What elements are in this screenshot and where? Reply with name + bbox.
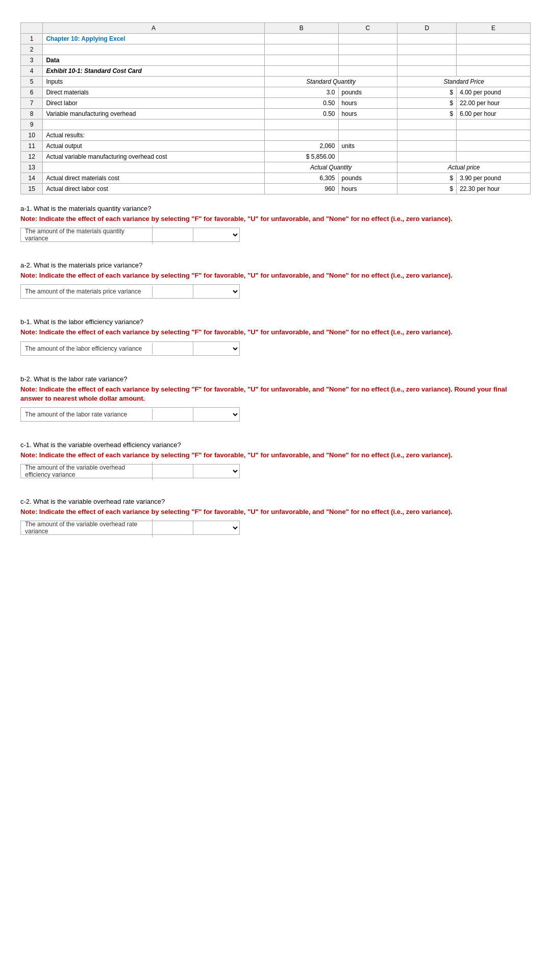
table-row: 6Direct materials3.0pounds$4.00 per poun… xyxy=(21,87,531,98)
answer-select-b1[interactable]: FUNone xyxy=(193,342,239,355)
cell-b xyxy=(264,34,338,44)
cell-d: $ xyxy=(397,87,457,98)
cell-e xyxy=(457,34,531,44)
col-header-rownum xyxy=(21,23,43,34)
answer-select-a2[interactable]: FUNone xyxy=(193,285,239,298)
cell-c xyxy=(338,66,397,77)
question-label-b2: b-2. What is the labor rate variance? xyxy=(20,375,531,383)
question-label-b1: b-1. What is the labor efficiency varian… xyxy=(20,318,531,326)
note-text-c1: Note: Indicate the effect of each varian… xyxy=(20,451,531,460)
cell-d: $ xyxy=(397,173,457,184)
answer-input-a1[interactable] xyxy=(153,228,193,241)
row-number: 11 xyxy=(21,141,43,152)
cell-d: Actual price xyxy=(397,162,531,173)
col-header-c: C xyxy=(338,23,397,34)
answer-select-c1[interactable]: FUNone xyxy=(193,464,239,478)
cell-b: 0.50 xyxy=(264,98,338,109)
answer-row-c2: The amount of the variable overhead rate… xyxy=(20,521,240,535)
question-label-a2: a-2. What is the materials price varianc… xyxy=(20,261,531,269)
cell-b xyxy=(264,66,338,77)
row-number: 10 xyxy=(21,130,43,141)
answer-select-b2[interactable]: FUNone xyxy=(193,408,239,421)
cell-d xyxy=(397,130,457,141)
table-row: 8Variable manufacturing overhead0.50hour… xyxy=(21,109,531,119)
answer-select-a1[interactable]: FUNone xyxy=(193,228,239,241)
cell-e: 22.00 per hour xyxy=(457,98,531,109)
cell-e xyxy=(457,141,531,152)
question-label-c1: c-1. What is the variable overhead effic… xyxy=(20,441,531,449)
answer-label-a2: The amount of the materials price varian… xyxy=(21,286,153,297)
cell-a: Direct labor xyxy=(43,98,264,109)
answer-input-b2[interactable] xyxy=(153,408,193,421)
answer-label-a1: The amount of the materials quantity var… xyxy=(21,226,153,244)
note-text-c2: Note: Indicate the effect of each varian… xyxy=(20,507,531,517)
note-text-a1: Note: Indicate the effect of each varian… xyxy=(20,214,531,224)
answer-row-a1: The amount of the materials quantity var… xyxy=(20,228,240,242)
row-number: 14 xyxy=(21,173,43,184)
row-number: 15 xyxy=(21,184,43,194)
cell-e xyxy=(457,152,531,162)
cell-c: hours xyxy=(338,98,397,109)
question-section-b2: b-2. What is the labor rate variance?Not… xyxy=(20,375,531,431)
cell-e xyxy=(457,44,531,55)
question-section-b1: b-1. What is the labor efficiency varian… xyxy=(20,318,531,364)
cell-c xyxy=(338,44,397,55)
row-number: 12 xyxy=(21,152,43,162)
answer-label-c2: The amount of the variable overhead rate… xyxy=(21,519,153,537)
answer-label-b2: The amount of the labor rate variance xyxy=(21,409,153,420)
cell-d xyxy=(397,119,457,130)
cell-d: $ xyxy=(397,184,457,194)
cell-c: units xyxy=(338,141,397,152)
cell-a: Actual results: xyxy=(43,130,264,141)
question-section-a1: a-1. What is the materials quantity vari… xyxy=(20,205,531,251)
answer-input-c2[interactable] xyxy=(153,521,193,534)
answer-input-c1[interactable] xyxy=(153,464,193,478)
cell-a: Direct materials xyxy=(43,87,264,98)
answer-input-a2[interactable] xyxy=(153,285,193,298)
table-row: 3Data xyxy=(21,55,531,66)
cell-b: 3.0 xyxy=(264,87,338,98)
cell-c xyxy=(338,119,397,130)
cell-b: 0.50 xyxy=(264,109,338,119)
cell-d: $ xyxy=(397,98,457,109)
table-row: 4Exhibit 10-1: Standard Cost Card xyxy=(21,66,531,77)
answer-row-b1: The amount of the labor efficiency varia… xyxy=(20,341,240,356)
note-text-b2: Note: Indicate the effect of each varian… xyxy=(20,385,531,403)
answer-select-c2[interactable]: FUNone xyxy=(193,521,239,534)
answer-row-c1: The amount of the variable overhead effi… xyxy=(20,464,240,478)
cell-a: Actual direct labor cost xyxy=(43,184,264,194)
cell-b: 960 xyxy=(264,184,338,194)
cell-d xyxy=(397,44,457,55)
table-row: 1Chapter 10: Applying Excel xyxy=(21,34,531,44)
cell-c: pounds xyxy=(338,87,397,98)
cell-b: $ 5,856.00 xyxy=(264,152,338,162)
cell-c xyxy=(338,130,397,141)
cell-a: Exhibit 10-1: Standard Cost Card xyxy=(43,66,264,77)
cell-c: hours xyxy=(338,184,397,194)
cell-c: pounds xyxy=(338,173,397,184)
row-number: 1 xyxy=(21,34,43,44)
table-row: 9 xyxy=(21,119,531,130)
cell-e: 4.00 per pound xyxy=(457,87,531,98)
answer-input-b1[interactable] xyxy=(153,342,193,355)
cell-e: 6.00 per hour xyxy=(457,109,531,119)
col-header-a: A xyxy=(43,23,264,34)
answer-label-b1: The amount of the labor efficiency varia… xyxy=(21,343,153,354)
table-row: 5InputsStandard QuantityStandard Price xyxy=(21,77,531,87)
cell-c: hours xyxy=(338,109,397,119)
cell-d xyxy=(397,152,457,162)
cell-c xyxy=(338,34,397,44)
cell-c xyxy=(338,55,397,66)
cell-d xyxy=(397,141,457,152)
cell-a: Actual direct materials cost xyxy=(43,173,264,184)
table-row: 12 Actual variable manufacturing overhea… xyxy=(21,152,531,162)
answer-label-c1: The amount of the variable overhead effi… xyxy=(21,462,153,480)
cell-e xyxy=(457,66,531,77)
table-row: 15 Actual direct labor cost960hours$22.3… xyxy=(21,184,531,194)
row-number: 4 xyxy=(21,66,43,77)
col-header-e: E xyxy=(457,23,531,34)
cell-a: Actual output xyxy=(43,141,264,152)
cell-a xyxy=(43,162,264,173)
cell-a: Inputs xyxy=(43,77,264,87)
note-text-a2: Note: Indicate the effect of each varian… xyxy=(20,271,531,280)
